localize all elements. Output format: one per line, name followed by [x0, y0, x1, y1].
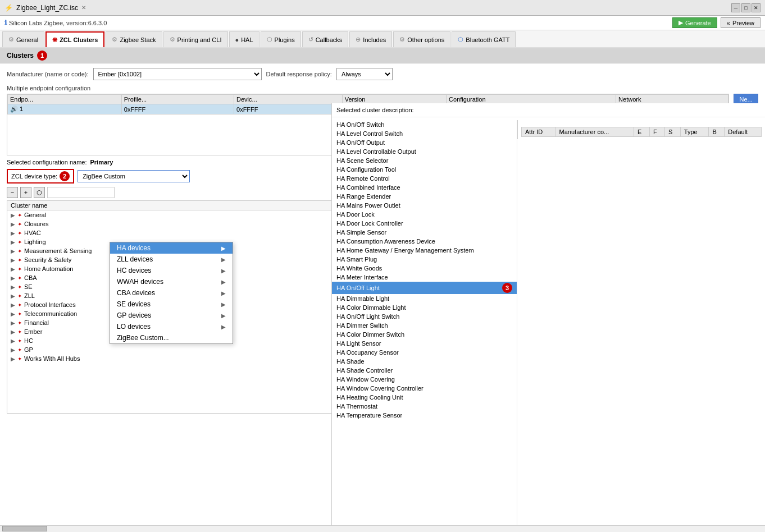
cluster-desc-item[interactable]: HA Light Sensor [332, 339, 517, 348]
cluster-desc-item[interactable]: HA Level Controllable Output [332, 147, 517, 156]
generate-button[interactable]: ▶ Generate [672, 17, 717, 28]
scrollbar-thumb[interactable] [2, 526, 47, 531]
menu-item-ha-devices[interactable]: HA devices ▶ [110, 242, 233, 254]
cluster-desc-item[interactable]: HA Occupancy Sensor [332, 348, 517, 357]
item-icon: ✦ [17, 230, 22, 236]
arrow-icon: ▶ [11, 221, 15, 227]
menu-item-hc-devices[interactable]: HC devices ▶ [110, 265, 233, 276]
response-select[interactable]: Always [336, 68, 393, 80]
arrow-icon: ▶ [11, 338, 15, 344]
cluster-desc-item[interactable]: HA Level Control Switch [332, 129, 517, 138]
arrow-icon: ▶ [221, 245, 226, 251]
close-tab-icon[interactable]: ✕ [81, 4, 86, 11]
cluster-desc-item[interactable]: HA Thermostat [332, 402, 517, 411]
col-b: B [709, 127, 725, 137]
cluster-search-input[interactable] [47, 187, 115, 198]
device-type-select[interactable]: ZigBee Custom [78, 170, 190, 182]
cluster-desc-item[interactable]: HA White Goods [332, 264, 517, 273]
ha-on-off-light-item[interactable]: HA On/Off Light 3 [332, 282, 517, 294]
cluster-desc-item[interactable]: HA Color Dimmer Switch [332, 330, 517, 339]
cluster-desc-item[interactable]: HA On/Off Switch [332, 120, 517, 129]
item-icon: ✦ [17, 329, 22, 335]
tab-other-options[interactable]: ⚙ Other options [393, 31, 450, 47]
arrow-icon: ▶ [11, 239, 15, 245]
tab-includes[interactable]: ⊕ Includes [349, 31, 392, 47]
endpoint-title: Multiple endpoint configuration [7, 85, 758, 91]
cluster-desc-item[interactable]: HA Configuration Tool [332, 165, 517, 174]
network-btn[interactable]: ⬡ [34, 187, 45, 198]
close-btn[interactable]: ✕ [752, 3, 761, 12]
cluster-desc-item[interactable]: HA Meter Interface [332, 273, 517, 282]
cluster-desc-item[interactable]: HA Combined Interface [332, 183, 517, 192]
tab-printing-cli[interactable]: ⚙ Printing and CLI [163, 31, 228, 47]
col-network: Network [616, 95, 728, 104]
col-profile: Profile... [121, 95, 234, 104]
arrow-icon: ▶ [11, 293, 15, 299]
menu-item-zll-devices[interactable]: ZLL devices ▶ [110, 254, 233, 265]
menu-item-cba-devices[interactable]: CBA devices ▶ [110, 287, 233, 299]
cluster-desc-item[interactable]: HA Dimmable Light [332, 294, 517, 303]
cluster-desc-item[interactable]: HA Window Covering Controller [332, 384, 517, 393]
tab-zcl-clusters[interactable]: ❋ ZCL Clusters [45, 31, 104, 47]
arrow-icon: ▶ [221, 268, 226, 274]
menu-item-zigbee-custom[interactable]: ZigBee Custom... [110, 332, 233, 343]
cluster-desc-item[interactable]: HA Window Covering [332, 375, 517, 384]
cluster-desc-item[interactable]: HA Temperature Sensor [332, 411, 517, 420]
cell-device: 0xFFFF [234, 104, 343, 114]
cluster-desc-item[interactable]: HA Consumption Awareness Device [332, 237, 517, 246]
right-panel: Selected cluster description: Attr ID Ma… [331, 103, 765, 532]
horizontal-scrollbar[interactable] [0, 525, 765, 532]
item-icon: ✦ [17, 311, 22, 317]
collapse-btn[interactable]: − [7, 187, 18, 198]
tab-callbacks[interactable]: ↺ Callbacks [302, 31, 349, 47]
tab-bluetooth-gatt[interactable]: ⬡ Bluetooth GATT [452, 31, 516, 47]
col-attr-id: Attr ID [522, 127, 556, 137]
cluster-desc-item[interactable]: HA Shade [332, 357, 517, 366]
menu-item-wwah-devices[interactable]: WWAH devices ▶ [110, 276, 233, 287]
includes-icon: ⊕ [356, 36, 361, 43]
cluster-desc-item[interactable]: HA Home Gateway / Energy Management Syst… [332, 246, 517, 255]
clusters-badge: 1 [37, 51, 47, 61]
tab-general[interactable]: ⚙ General [2, 31, 44, 47]
minimize-btn[interactable]: ─ [731, 3, 740, 12]
arrow-icon: ▶ [11, 320, 15, 326]
menu-item-gp-devices[interactable]: GP devices ▶ [110, 310, 233, 321]
generate-icon: ▶ [679, 19, 683, 26]
arrow-icon: ▶ [11, 329, 15, 335]
cluster-desc-item[interactable]: HA On/Off Light Switch [332, 312, 517, 321]
tab-hal[interactable]: ● HAL [229, 31, 259, 47]
cluster-desc-item[interactable]: HA Dimmer Switch [332, 321, 517, 330]
preview-button[interactable]: « Preview [721, 17, 761, 28]
cluster-desc-item[interactable]: HA Door Lock [332, 210, 517, 219]
col-f: F [649, 127, 664, 137]
cluster-desc-item[interactable]: HA Shade Controller [332, 366, 517, 375]
cluster-desc-item[interactable]: HA On/Off Output [332, 138, 517, 147]
info-bar-actions: ▶ Generate « Preview [672, 17, 761, 28]
arrow-icon: ▶ [11, 302, 15, 308]
tab-plugins[interactable]: ⬡ Plugins [261, 31, 301, 47]
zcl-device-label: ZCL device type: 2 [7, 169, 74, 184]
arrow-icon: ▶ [11, 356, 15, 362]
menu-item-se-devices[interactable]: SE devices ▶ [110, 299, 233, 310]
item-icon: ✦ [17, 284, 22, 290]
cluster-desc-item[interactable]: HA Simple Sensor [332, 228, 517, 237]
cluster-desc-item[interactable]: HA Door Lock Controller [332, 219, 517, 228]
cluster-desc-item[interactable]: HA Range Extender [332, 192, 517, 201]
cluster-desc-item[interactable]: HA Remote Control [332, 174, 517, 183]
maximize-btn[interactable]: □ [741, 3, 750, 12]
cluster-desc-item[interactable]: HA Color Dimmable Light [332, 303, 517, 312]
cluster-desc-item[interactable]: HA Smart Plug [332, 255, 517, 264]
manufacturer-select[interactable]: Ember [0x1002] [93, 68, 262, 80]
item-icon: ✦ [17, 266, 22, 272]
info-bar: ℹ Silicon Labs Zigbee, version:6.6.3.0 ▶… [0, 16, 765, 30]
menu-item-lo-devices[interactable]: LO devices ▶ [110, 321, 233, 332]
cluster-desc-item[interactable]: HA Heating Cooling Unit [332, 393, 517, 402]
attr-table: Attr ID Manufacturer co... E F S Type B … [521, 127, 762, 137]
tab-zigbee-stack[interactable]: ⚙ Zigbee Stack [106, 31, 162, 47]
col-s: S [664, 127, 680, 137]
cluster-desc-item[interactable]: HA Mains Power Outlet [332, 201, 517, 210]
cluster-desc-item[interactable]: HA Scene Selector [332, 156, 517, 165]
expand-btn[interactable]: + [20, 187, 31, 198]
ha-on-off-light-badge: 3 [502, 283, 512, 293]
col-device: Devic... [234, 95, 343, 104]
